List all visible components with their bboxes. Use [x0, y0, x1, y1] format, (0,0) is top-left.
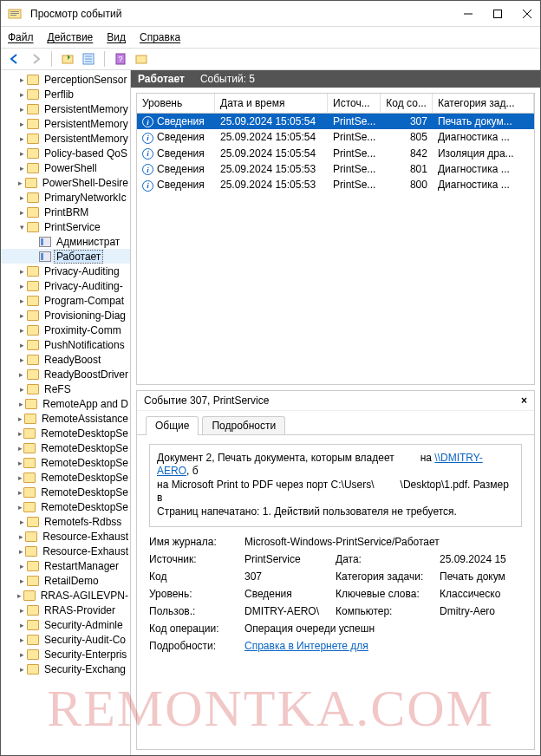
tree-item[interactable]: ▸PrintBRM [1, 205, 130, 219]
tree-item[interactable]: ▸RestartManager [1, 558, 130, 573]
tree-label: ReFS [42, 383, 73, 395]
tree-item[interactable]: ▸RetailDemo [1, 573, 130, 588]
tree-item[interactable]: ▸Policy-based QoS [1, 146, 130, 160]
menu-help[interactable]: Справка [140, 31, 180, 43]
status-label: Работает [138, 73, 185, 85]
tree-item[interactable]: ▸RemoteDesktopSe [1, 470, 130, 485]
folder-icon [27, 384, 39, 394]
events-list[interactable]: Уровень Дата и время Источ... Код со... … [136, 93, 535, 385]
tree-item[interactable]: ▸Security-Adminle [1, 617, 130, 632]
close-button[interactable] [521, 8, 533, 20]
tree-label: RemoteDesktopSe [39, 457, 130, 469]
tree-item[interactable]: ▸RemoteDesktopSe [1, 440, 130, 455]
menu-view[interactable]: Вид [107, 31, 126, 43]
folder-icon [27, 605, 39, 616]
folder-icon [27, 163, 39, 173]
col-category[interactable]: Категория зад... [433, 94, 534, 114]
tree-item[interactable]: ▸PrimaryNetworkIc [1, 190, 130, 205]
tree-item[interactable]: ▸Perflib [1, 87, 130, 101]
tree-item[interactable]: ▸RemoteDesktopSe [1, 426, 130, 440]
tree-label: Provisioning-Diag [42, 310, 127, 322]
tree-item[interactable]: ▸ReadyBoostDriver [1, 367, 130, 381]
folder-icon [27, 325, 39, 336]
tree-item[interactable]: ▸PushNotifications [1, 337, 130, 352]
tree-item[interactable]: ▸PersistentMemory [1, 116, 130, 131]
folder-icon [27, 369, 39, 380]
tree-item[interactable]: ▸PowerShell [1, 160, 130, 175]
tree-item[interactable]: ▸Remotefs-Rdbss [1, 514, 130, 529]
folder-icon [27, 148, 39, 159]
tree-item[interactable]: ▸RemoteAssistance [1, 411, 130, 426]
folder-icon [27, 207, 39, 218]
detail-panel: Событие 307, PrintService × Общие Подроб… [136, 390, 535, 750]
event-row[interactable]: iСведения25.09.2024 15:05:53PrintSe...80… [137, 177, 534, 192]
tree-label: RestartManager [42, 560, 121, 572]
menu-action[interactable]: Действие [48, 31, 94, 43]
tab-details[interactable]: Подробности [202, 416, 285, 434]
tree-item[interactable]: ▸Resource-Exhaust [1, 544, 130, 558]
tree-panel[interactable]: ▸PerceptionSensor▸Perflib▸PersistentMemo… [1, 70, 131, 755]
tree-label: PushNotifications [42, 339, 127, 351]
tree-item[interactable]: ▸Provisioning-Diag [1, 308, 130, 323]
tree-item[interactable]: ▸RRAS-Provider [1, 603, 130, 617]
toolbar-help-icon[interactable]: ? [112, 50, 129, 68]
tab-general[interactable]: Общие [146, 416, 199, 435]
folder-icon [25, 546, 37, 557]
toolbar-properties-icon[interactable] [80, 50, 97, 68]
tree-item[interactable]: ▸RemoteDesktopSe [1, 455, 130, 470]
back-button[interactable] [6, 50, 23, 68]
tree-item[interactable]: ▸PersistentMemory [1, 131, 130, 146]
tree-log-item[interactable]: Администрат [1, 234, 130, 249]
col-level[interactable]: Уровень [137, 94, 215, 114]
event-row[interactable]: iСведения25.09.2024 15:05:54PrintSe...30… [137, 114, 534, 129]
tree-item[interactable]: ▸PersistentMemory [1, 101, 130, 116]
tree-item[interactable]: ▸RemoteApp and D [1, 396, 130, 411]
toolbar: ? [1, 48, 540, 70]
tree-item[interactable]: ▸Resource-Exhaust [1, 529, 130, 544]
toolbar-find-icon[interactable] [133, 50, 150, 68]
tree-item[interactable]: ▸RemoteDesktopSe [1, 485, 130, 499]
folder-icon [27, 222, 39, 232]
tree-log-item[interactable]: Работает [1, 249, 130, 264]
toolbar-browse-icon[interactable] [59, 50, 76, 68]
maximize-button[interactable] [492, 8, 504, 20]
tree-item[interactable]: ▸Privacy-Auditing- [1, 278, 130, 293]
tree-item[interactable]: ▸PowerShell-Desire [1, 175, 130, 190]
folder-icon [27, 620, 39, 630]
tree-item[interactable]: ▸Security-Enterpris [1, 647, 130, 662]
menu-file[interactable]: Файл [8, 31, 34, 43]
tree-item[interactable]: ▸Privacy-Auditing [1, 264, 130, 278]
col-datetime[interactable]: Дата и время [215, 94, 328, 114]
detail-close-icon[interactable]: × [521, 394, 527, 407]
tree-item[interactable]: ▸ReFS [1, 381, 130, 396]
folder-icon [27, 355, 39, 365]
tree-item[interactable]: ▸Security-Audit-Co [1, 632, 130, 647]
log-icon [39, 251, 51, 262]
tree-item[interactable]: ▸ReadyBoost [1, 352, 130, 367]
list-header[interactable]: Уровень Дата и время Источ... Код со... … [137, 94, 534, 114]
tree-item[interactable]: ▸Program-Compat [1, 293, 130, 308]
tree-label: RRAS-AGILEVPN- [39, 590, 130, 602]
col-code[interactable]: Код со... [381, 94, 433, 114]
tree-item[interactable]: ▸PerceptionSensor [1, 72, 130, 87]
tree-item[interactable]: ▸RemoteDesktopSe [1, 499, 130, 514]
folder-icon [27, 104, 39, 114]
tree-item[interactable]: ▸Proximity-Comm [1, 323, 130, 337]
tree-item[interactable]: ▸RRAS-AGILEVPN- [1, 588, 130, 603]
tree-label: RemoteDesktopSe [39, 501, 130, 513]
forward-button[interactable] [27, 50, 44, 68]
info-icon: i [142, 116, 153, 127]
tree-label: RemoteDesktopSe [39, 442, 130, 454]
event-row[interactable]: iСведения25.09.2024 15:05:54PrintSe...80… [137, 129, 534, 145]
event-row[interactable]: iСведения25.09.2024 15:05:53PrintSe...80… [137, 161, 534, 177]
tree-item[interactable]: ▸Security-Exchang [1, 662, 130, 676]
tree-label: Security-Audit-Co [42, 634, 127, 646]
col-source[interactable]: Источ... [328, 94, 381, 114]
event-row[interactable]: iСведения25.09.2024 15:05:54PrintSe...84… [137, 146, 534, 161]
tree-label: Resource-Exhaust [41, 545, 130, 557]
tree-item[interactable]: ▾PrintService [1, 219, 130, 234]
minimize-button[interactable] [462, 8, 474, 20]
folder-icon [27, 517, 39, 527]
tree-label: PersistentMemory [42, 118, 130, 130]
online-help-link[interactable]: Справка в Интернете для [244, 640, 368, 652]
